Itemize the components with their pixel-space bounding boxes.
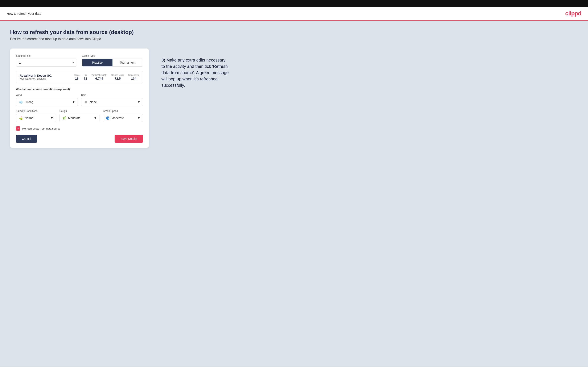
fairway-dropdown[interactable]: ⛳ Normal ▼ bbox=[16, 114, 56, 122]
wind-dropdown[interactable]: 💨 Strong ▼ bbox=[16, 98, 78, 106]
rough-field: Rough 🌿 Moderate ▼ bbox=[60, 110, 100, 122]
rain-label: Rain bbox=[81, 94, 143, 97]
practice-button[interactable]: Practice bbox=[82, 59, 112, 66]
course-rating-label: Course rating bbox=[112, 74, 124, 76]
refresh-checkbox-row: Refresh shots from data source bbox=[16, 126, 143, 131]
fairway-rough-green-grid: Fairway Conditions ⛳ Normal ▼ Rough 🌿 bbox=[16, 110, 143, 122]
rough-dropdown-left: 🌿 Moderate bbox=[62, 116, 80, 120]
slope-rating-stat: Slope rating 134 bbox=[128, 74, 139, 80]
tournament-button[interactable]: Tournament bbox=[112, 59, 143, 66]
logo: clippd bbox=[565, 10, 581, 17]
wind-value: Strong bbox=[25, 100, 33, 104]
top-fields: Starting Hole 1 ▼ Game Type Practice Tou… bbox=[16, 54, 143, 67]
page-subheading: Ensure the correct and most up to date d… bbox=[10, 37, 578, 41]
form-card: Starting Hole 1 ▼ Game Type Practice Tou… bbox=[10, 49, 149, 148]
course-par-stat: Par 72 bbox=[84, 74, 87, 80]
fairway-label: Fairway Conditions bbox=[16, 110, 56, 113]
yards-label: Yards/White (M)) bbox=[91, 74, 107, 76]
fairway-value: Normal bbox=[25, 116, 34, 120]
side-text-content: 3) Make any extra edits necessary to the… bbox=[161, 57, 229, 88]
starting-hole-field: Starting Hole 1 ▼ bbox=[16, 54, 77, 67]
refresh-checkbox[interactable] bbox=[16, 126, 20, 131]
course-rating-stat: Course rating 72.5 bbox=[112, 74, 124, 80]
par-value: 72 bbox=[84, 77, 87, 80]
green-speed-icon: 🌀 bbox=[105, 116, 110, 120]
game-type-field: Game Type Practice Tournament bbox=[82, 54, 143, 67]
yards-value: 6,744 bbox=[91, 77, 107, 80]
button-row: Cancel Save Details bbox=[16, 135, 143, 143]
fairway-field: Fairway Conditions ⛳ Normal ▼ bbox=[16, 110, 56, 122]
content-row: Starting Hole 1 ▼ Game Type Practice Tou… bbox=[10, 49, 578, 148]
rain-dropdown-left: ☀ None bbox=[84, 100, 97, 104]
green-speed-dropdown[interactable]: 🌀 Moderate ▼ bbox=[103, 114, 143, 122]
conditions-section-title: Weather and course conditions (optional) bbox=[16, 88, 143, 91]
main-content: How to refresh your data from source (de… bbox=[0, 21, 588, 367]
cancel-button[interactable]: Cancel bbox=[16, 135, 37, 143]
rain-icon: ☀ bbox=[84, 100, 88, 104]
slope-rating-label: Slope rating bbox=[128, 74, 139, 76]
rain-dropdown[interactable]: ☀ None ▼ bbox=[81, 98, 143, 106]
game-type-label: Game Type bbox=[82, 54, 143, 57]
green-speed-chevron-icon: ▼ bbox=[137, 116, 140, 120]
course-name-main: Royal North Devon GC, bbox=[19, 74, 70, 77]
course-yards-stat: Yards/White (M)) 6,744 bbox=[91, 74, 107, 80]
fairway-chevron-icon: ▼ bbox=[51, 116, 53, 120]
top-bar bbox=[0, 0, 588, 7]
wind-field: Wind 💨 Strong ▼ bbox=[16, 94, 78, 106]
header: How to refresh your data clippd bbox=[0, 7, 588, 21]
wind-chevron-icon: ▼ bbox=[72, 100, 75, 104]
game-type-buttons: Practice Tournament bbox=[82, 58, 143, 67]
course-name: Royal North Devon GC, Westward Ho!, Engl… bbox=[19, 74, 70, 80]
green-speed-field: Green Speed 🌀 Moderate ▼ bbox=[103, 110, 143, 122]
wind-label: Wind bbox=[16, 94, 78, 97]
wind-icon: 💨 bbox=[19, 100, 23, 104]
page-heading: How to refresh your data from source (de… bbox=[10, 29, 578, 35]
fairway-dropdown-left: ⛳ Normal bbox=[19, 116, 34, 120]
starting-hole-select[interactable]: 1 bbox=[16, 58, 77, 67]
rough-dropdown[interactable]: 🌿 Moderate ▼ bbox=[60, 114, 100, 122]
rough-chevron-icon: ▼ bbox=[94, 116, 97, 120]
par-label: Par bbox=[84, 74, 87, 76]
rain-field: Rain ☀ None ▼ bbox=[81, 94, 143, 106]
starting-hole-wrapper: 1 ▼ bbox=[16, 58, 77, 67]
holes-label: Holes bbox=[74, 74, 80, 76]
header-title: How to refresh your data bbox=[7, 12, 41, 15]
side-text: 3) Make any extra edits necessary to the… bbox=[161, 49, 229, 88]
starting-hole-label: Starting Hole bbox=[16, 54, 77, 57]
rain-value: None bbox=[90, 100, 97, 104]
course-holes-stat: Holes 18 bbox=[74, 74, 80, 80]
holes-value: 18 bbox=[74, 77, 80, 80]
green-speed-dropdown-left: 🌀 Moderate bbox=[105, 116, 124, 120]
rough-icon: 🌿 bbox=[62, 116, 66, 120]
course-row: Royal North Devon GC, Westward Ho!, Engl… bbox=[16, 71, 143, 83]
refresh-checkbox-label: Refresh shots from data source bbox=[22, 127, 60, 130]
green-speed-value: Moderate bbox=[112, 116, 124, 120]
wind-rain-grid: Wind 💨 Strong ▼ Rain ☀ None bbox=[16, 94, 143, 106]
save-details-button[interactable]: Save Details bbox=[115, 135, 143, 143]
wind-dropdown-left: 💨 Strong bbox=[19, 100, 33, 104]
green-speed-label: Green Speed bbox=[103, 110, 143, 113]
slope-rating-value: 134 bbox=[128, 77, 139, 80]
rough-label: Rough bbox=[60, 110, 100, 113]
rough-value: Moderate bbox=[68, 116, 80, 120]
course-rating-value: 72.5 bbox=[112, 77, 124, 80]
rain-chevron-icon: ▼ bbox=[137, 100, 140, 104]
course-name-sub: Westward Ho!, England bbox=[19, 77, 70, 80]
fairway-icon: ⛳ bbox=[19, 116, 23, 120]
